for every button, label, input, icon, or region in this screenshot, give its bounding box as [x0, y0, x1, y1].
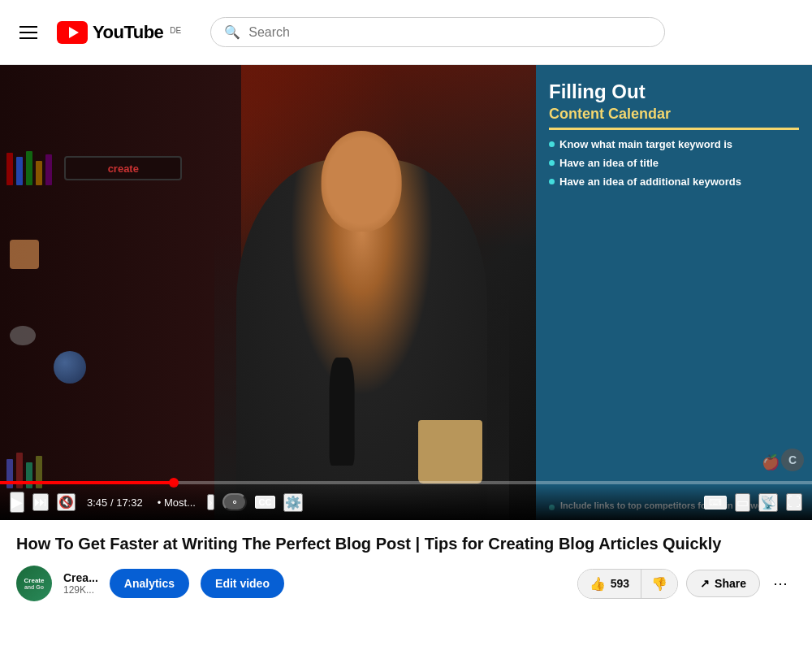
like-area: 👍 593 👎 ↗ Share ⋯ [577, 568, 796, 599]
globe-decoration [54, 351, 86, 384]
video-controls: ▶ ⏭ 🔇 3:45 / 17:32 • Most... › ⚬ CC ⚙️ ⌨… [0, 484, 812, 520]
video-title: How To Get Faster at Writing The Perfect… [16, 533, 796, 554]
settings-button[interactable]: ⚙️ [283, 493, 303, 512]
channel-info: Crea... 129K... [63, 571, 98, 596]
video-player[interactable]: create Filling Out Content Calendar Know… [0, 65, 812, 520]
mug-decoration [418, 420, 482, 483]
bullet-3: Have an idea of additional keywords [549, 176, 799, 188]
share-button[interactable]: ↗ Share [686, 570, 760, 597]
create-sign: create [64, 156, 182, 180]
bullet-dot-1 [549, 141, 555, 147]
youtube-wordmark: YouTube [93, 22, 163, 43]
apple-icon: 🍎 [762, 453, 780, 471]
country-code: DE [170, 26, 181, 35]
bullet-dot-3 [549, 179, 555, 184]
content-area: How To Get Faster at Writing The Perfect… [0, 520, 812, 614]
youtube-logo-icon [57, 21, 88, 44]
bullet-1: Know what main target keyword is [549, 138, 799, 150]
keyboard-icon[interactable]: ⌨ [704, 496, 727, 509]
quality-chevron[interactable]: › [207, 494, 214, 510]
time-display: 3:45 / 17:32 [87, 496, 143, 509]
channel-name[interactable]: Crea... [63, 571, 98, 584]
volume-button[interactable]: 🔇 [57, 493, 76, 511]
video-scene: create Filling Out Content Calendar Know… [0, 65, 812, 520]
search-bar[interactable]: 🔍 [210, 17, 665, 47]
search-input[interactable] [248, 25, 651, 40]
more-options-button[interactable]: ⋯ [765, 568, 796, 599]
search-icon: 🔍 [224, 24, 240, 40]
cast-button[interactable]: 📡 [758, 493, 778, 512]
miniplayer-button[interactable]: ⚬ [222, 493, 247, 511]
next-button[interactable]: ⏭ [32, 493, 49, 511]
video-right-panel: Filling Out Content Calendar Know what m… [536, 65, 812, 520]
ellipsis-icon: ⋯ [773, 575, 788, 592]
thumbs-down-icon: 👎 [651, 576, 667, 592]
like-button[interactable]: 👍 593 [578, 570, 641, 598]
channel-subs: 129K... [63, 584, 98, 596]
analytics-button[interactable]: Analytics [110, 569, 189, 598]
dislike-button[interactable]: 👎 [641, 570, 677, 598]
site-header: YouTube DE 🔍 [0, 0, 812, 65]
like-count: 593 [611, 577, 629, 590]
quality-indicator: • Most... [158, 496, 196, 509]
bullet-dot-2 [549, 160, 555, 166]
c-watermark: C [781, 449, 804, 471]
video-left-panel: create [0, 65, 536, 520]
bullet-2: Have an idea of title [549, 157, 799, 169]
channel-row: Create and Go Crea... 129K... Analytics … [16, 566, 796, 601]
share-icon: ↗ [700, 577, 710, 590]
rectangle-icon[interactable]: ▭ [735, 493, 750, 512]
youtube-logo[interactable]: YouTube DE [57, 21, 181, 44]
like-dislike-group: 👍 593 👎 [577, 569, 678, 599]
channel-avatar[interactable]: Create and Go [16, 566, 52, 601]
menu-button[interactable] [13, 20, 44, 46]
slide-bullets: Know what main target keyword is Have an… [549, 138, 799, 188]
slide-subtitle: Content Calendar [549, 106, 799, 130]
thumbs-up-icon: 👍 [590, 576, 606, 592]
slide-title-line1: Filling Out [549, 81, 799, 102]
avatar-text-create: Create [24, 577, 45, 584]
edit-video-button[interactable]: Edit video [201, 569, 284, 598]
fullscreen-button[interactable]: ⛶ [786, 493, 802, 511]
captions-button[interactable]: CC [255, 496, 276, 509]
avatar-text-go: and Go [24, 584, 44, 590]
play-button[interactable]: ▶ [10, 492, 24, 513]
